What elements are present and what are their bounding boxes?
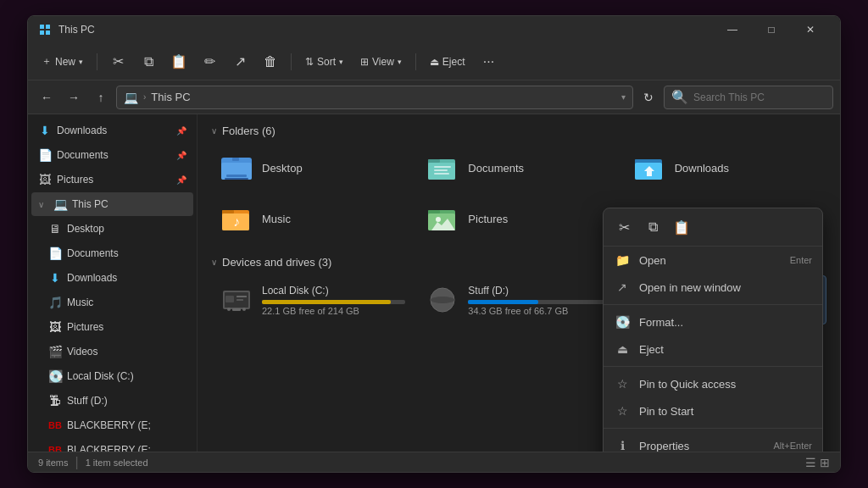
- cut-button[interactable]: ✂: [104, 48, 131, 75]
- svg-point-34: [227, 308, 231, 311]
- music-icon: 🎵: [48, 296, 62, 309]
- ctx-separator-2: [604, 366, 822, 367]
- folder-documents[interactable]: Documents: [417, 144, 620, 191]
- folder-pictures[interactable]: Pictures: [417, 195, 620, 242]
- ctx-pin-start-icon: ☆: [614, 404, 631, 418]
- sidebar-item-bb-e[interactable]: BB BLACKBERRY (E;: [31, 413, 193, 437]
- folder-documents-icon: [426, 151, 459, 185]
- more-button[interactable]: ···: [476, 48, 503, 75]
- search-box[interactable]: 🔍: [664, 86, 833, 109]
- status-icons: ☰ ⊞: [805, 456, 830, 469]
- svg-rect-12: [434, 166, 451, 168]
- ctx-format-icon: 💽: [614, 315, 631, 329]
- up-button[interactable]: ↑: [89, 86, 113, 109]
- sidebar-item-documents[interactable]: 📄 Documents: [31, 241, 193, 265]
- svg-rect-38: [236, 296, 247, 297]
- rename-button[interactable]: ✏: [196, 48, 223, 75]
- new-button[interactable]: ＋ New ▾: [35, 48, 90, 75]
- folders-section-header[interactable]: ∨ Folders (6): [211, 125, 826, 137]
- address-dropdown-icon[interactable]: ▾: [621, 92, 626, 102]
- ctx-pin-quick-icon: ☆: [614, 377, 631, 391]
- svg-rect-0: [40, 25, 44, 29]
- ctx-paste-button[interactable]: 📋: [668, 214, 695, 241]
- downloads2-icon: ⬇: [48, 271, 62, 285]
- main-content: ⬇ Downloads 📌 📄 Documents 📌 🖼 Pictures 📌…: [28, 114, 840, 452]
- view-grid-icon[interactable]: ⊞: [820, 456, 830, 469]
- sort-chevron-icon: ▾: [339, 58, 343, 66]
- ctx-cut-button[interactable]: ✂: [610, 214, 637, 241]
- maximize-button[interactable]: □: [752, 16, 791, 43]
- pc-icon: 💻: [53, 197, 67, 211]
- eject-button[interactable]: ⏏ Eject: [423, 48, 472, 75]
- bb-icon: BB: [48, 420, 62, 430]
- sidebar-item-desktop[interactable]: 🖥 Desktop: [31, 217, 193, 241]
- svg-rect-6: [226, 175, 247, 177]
- svg-rect-11: [428, 159, 440, 163]
- sort-button[interactable]: ⇅ Sort ▾: [298, 48, 350, 75]
- ctx-properties-item[interactable]: ℹ Properties Alt+Enter: [604, 432, 822, 452]
- documents2-icon: 📄: [48, 247, 62, 260]
- selected-count: 1 item selected: [86, 458, 148, 468]
- svg-rect-7: [225, 178, 248, 180]
- folder-desktop[interactable]: Desktop: [211, 144, 414, 191]
- drive-stuff-d[interactable]: Stuff (D:) 34.3 GB free of 66.7 GB: [417, 275, 620, 324]
- ctx-open-item[interactable]: 📁 Open Enter: [604, 247, 822, 274]
- new-icon: ＋: [42, 54, 52, 69]
- delete-button[interactable]: 🗑: [257, 48, 284, 75]
- svg-point-26: [436, 217, 441, 222]
- sidebar: ⬇ Downloads 📌 📄 Documents 📌 🖼 Pictures 📌…: [28, 114, 198, 452]
- sidebar-item-pictures-quick[interactable]: 🖼 Pictures 📌: [31, 168, 193, 191]
- folder-downloads-label: Downloads: [675, 162, 729, 175]
- ctx-pin-quick-item[interactable]: ☆ Pin to Quick access: [604, 370, 822, 397]
- sidebar-item-downloads-quick[interactable]: ⬇ Downloads 📌: [31, 119, 193, 142]
- paste-button[interactable]: 📋: [165, 48, 192, 75]
- sidebar-item-stuff[interactable]: 🗜 Stuff (D:): [31, 389, 193, 413]
- back-button[interactable]: ←: [35, 86, 58, 109]
- search-input[interactable]: [693, 92, 826, 103]
- sidebar-item-this-pc[interactable]: ∨ 💻 This PC: [31, 192, 193, 216]
- share-button[interactable]: ↗: [226, 48, 253, 75]
- drive-d-bar: [468, 300, 538, 304]
- ctx-format-item[interactable]: 💽 Format...: [604, 308, 822, 336]
- ctx-pin-start-item[interactable]: ☆ Pin to Start: [604, 397, 822, 424]
- sidebar-item-pictures[interactable]: 🖼 Pictures: [31, 315, 193, 339]
- ctx-copy-button[interactable]: ⧉: [639, 214, 666, 241]
- ctx-eject-item[interactable]: ⏏ Eject: [604, 336, 822, 363]
- eject-icon: ⏏: [430, 56, 439, 68]
- window-title: This PC: [58, 24, 713, 36]
- folder-downloads[interactable]: Downloads: [624, 144, 826, 191]
- ctx-open-new-window-item[interactable]: ↗ Open in new window: [604, 274, 822, 301]
- window-controls: — □ ✕: [713, 16, 830, 43]
- refresh-button[interactable]: ↻: [637, 86, 660, 109]
- sidebar-item-videos[interactable]: 🎬 Videos: [31, 340, 193, 363]
- sidebar-item-music[interactable]: 🎵 Music: [31, 291, 193, 314]
- sidebar-item-local-disk[interactable]: 💽 Local Disk (C:): [31, 364, 193, 388]
- ctx-properties-icon: ℹ: [614, 439, 631, 452]
- address-input[interactable]: 💻 › This PC ▾: [116, 86, 633, 109]
- sidebar-item-downloads[interactable]: ⬇ Downloads: [31, 266, 193, 290]
- forward-button[interactable]: →: [62, 86, 86, 109]
- folder-pictures-label: Pictures: [468, 213, 508, 225]
- sidebar-item-bb-e2[interactable]: BB BLACKBERRY (E;: [31, 438, 193, 452]
- drive-local-c[interactable]: Local Disk (C:) 22.1 GB free of 214 GB: [211, 275, 414, 324]
- chevron-down-icon: ∨: [38, 200, 48, 209]
- pictures2-icon: 🖼: [48, 320, 62, 334]
- minimize-button[interactable]: —: [713, 16, 752, 43]
- view-list-icon[interactable]: ☰: [805, 456, 816, 469]
- toolbar-separator-3: [415, 53, 416, 70]
- documents-icon: 📄: [38, 148, 52, 162]
- drive-c-name: Local Disk (C:): [262, 285, 405, 297]
- sidebar-item-documents-quick[interactable]: 📄 Documents 📌: [31, 143, 193, 167]
- videos-icon: 🎬: [48, 345, 62, 358]
- toolbar: ＋ New ▾ ✂ ⧉ 📋 ✏ ↗ 🗑 ⇅ Sort ▾ ⊞ View ▾ ⏏ …: [28, 43, 840, 80]
- folder-music[interactable]: ♪ Music: [211, 195, 414, 242]
- ctx-open-new-icon: ↗: [614, 280, 631, 294]
- view-button[interactable]: ⊞ View ▾: [353, 48, 409, 75]
- close-button[interactable]: ✕: [791, 16, 830, 43]
- search-icon: 🔍: [671, 89, 688, 105]
- ctx-open-icon: 📁: [614, 253, 631, 267]
- drive-c-info: Local Disk (C:) 22.1 GB free of 214 GB: [262, 285, 405, 316]
- svg-rect-8: [232, 158, 239, 161]
- copy-button[interactable]: ⧉: [135, 48, 162, 75]
- svg-rect-37: [225, 296, 234, 302]
